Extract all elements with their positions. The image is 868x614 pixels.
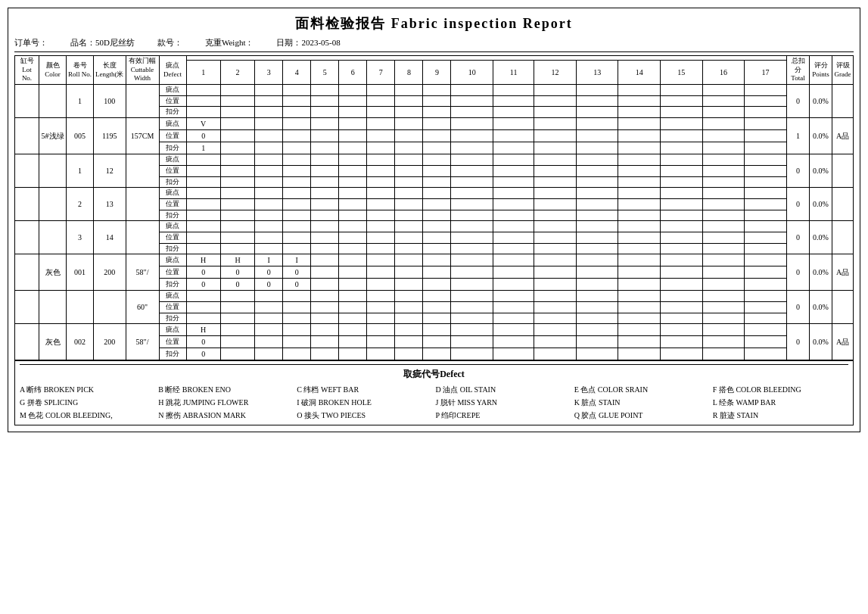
cell-defect-val <box>367 313 395 324</box>
cell-defect-val <box>493 188 534 199</box>
weight: 克重Weight： <box>205 37 254 48</box>
cell-defect-val <box>534 324 577 336</box>
cell-defect-val <box>576 198 618 210</box>
cell-defect-val <box>576 279 618 291</box>
cell-defect-val <box>255 313 283 324</box>
cell-grade <box>832 221 854 254</box>
cell-defect-val <box>618 221 661 232</box>
cell-defect-val <box>283 188 311 199</box>
cell-defect-val <box>702 118 745 130</box>
cell-defect-val <box>745 142 787 154</box>
th-col-15: 15 <box>661 61 703 85</box>
cell-total: 0 <box>787 324 810 360</box>
cell-defect-val <box>661 176 703 188</box>
cell-defect-val <box>618 118 661 130</box>
cell-defect-val: I <box>283 254 311 266</box>
cell-cuttable <box>126 188 159 221</box>
cell-defect-val <box>493 279 534 291</box>
cell-defect-val <box>745 254 787 266</box>
cell-grade <box>832 154 854 188</box>
cell-defect-val <box>283 313 311 324</box>
cell-defect-val <box>367 232 395 243</box>
cell-defect-val <box>283 154 311 166</box>
cell-defect-val <box>534 165 577 176</box>
cell-defect-val <box>702 232 745 243</box>
cell-defect-val <box>493 266 534 279</box>
cell-defect-val <box>255 302 283 313</box>
cell-defect-type: 扣分 <box>159 243 186 254</box>
th-col-17: 17 <box>745 61 787 85</box>
table-row: 60"疵点00.0% <box>15 291 854 302</box>
cell-defect-val <box>423 95 451 107</box>
defect-legend: 取疵代号Defect A 断纬 BROKEN PICKB 断经 BROKEN E… <box>14 360 854 425</box>
cell-defect-val <box>395 85 423 96</box>
cell-defect-val <box>283 291 311 302</box>
cell-defect-val <box>423 302 451 313</box>
cell-defect-val <box>395 142 423 154</box>
cell-defect-val <box>702 291 745 302</box>
cell-defect-val <box>423 176 451 188</box>
cell-defect-val <box>395 324 423 336</box>
cell-defect-val <box>618 254 661 266</box>
cell-defect-val <box>534 154 577 166</box>
cell-total: 0 <box>787 154 810 188</box>
cell-defect-val <box>367 266 395 279</box>
cell-defect-val <box>395 279 423 291</box>
cell-defect-val <box>255 210 283 221</box>
cell-defect-val <box>745 85 787 96</box>
order-no: 订单号： <box>14 37 48 48</box>
th-col-7: 7 <box>367 61 395 85</box>
cell-defect-val <box>339 154 367 166</box>
cell-total: 0 <box>787 85 810 118</box>
cell-defect-val <box>311 85 339 96</box>
cell-defect-val <box>186 188 220 199</box>
legend-item: L 经条 WAMP BAR <box>713 397 848 409</box>
cell-defect-val <box>661 266 703 279</box>
cell-total: 0 <box>787 254 810 291</box>
cell-defect-val <box>745 198 787 210</box>
cell-defect-val <box>618 142 661 154</box>
cell-roll-no <box>67 291 94 324</box>
cell-length: 14 <box>94 221 126 254</box>
cell-defect-val <box>493 198 534 210</box>
cell-defect-val <box>576 188 618 199</box>
cell-defect-val <box>423 165 451 176</box>
cell-defect-val <box>423 142 451 154</box>
legend-item: P 绉印CREPE <box>436 410 571 422</box>
cell-defect-val <box>367 188 395 199</box>
cell-color: 灰色 <box>39 254 67 291</box>
cell-length: 13 <box>94 188 126 221</box>
cell-defect-type: 扣分 <box>159 210 186 221</box>
cell-grade <box>832 188 854 221</box>
cell-points: 0.0% <box>810 324 832 360</box>
cell-points: 0.0% <box>810 154 832 188</box>
th-col-14: 14 <box>618 61 661 85</box>
cell-defect-val <box>395 302 423 313</box>
cell-defect-type: 扣分 <box>159 142 186 154</box>
cell-defect-val <box>255 176 283 188</box>
cell-defect-val <box>745 313 787 324</box>
cell-defect-val <box>283 210 311 221</box>
cell-defect-type: 位置 <box>159 302 186 313</box>
cell-defect-val <box>186 107 220 118</box>
cell-defect-val <box>451 324 493 336</box>
cell-defect-val <box>339 95 367 107</box>
cell-defect-val <box>451 221 493 232</box>
cell-length: 12 <box>94 154 126 188</box>
cell-defect-val <box>423 279 451 291</box>
cell-defect-val <box>220 291 254 302</box>
cell-defect-val <box>395 254 423 266</box>
th-col-8: 8 <box>395 61 423 85</box>
cell-defect-val <box>576 254 618 266</box>
cell-defect-val <box>339 198 367 210</box>
cell-defect-val <box>661 243 703 254</box>
cell-defect-val <box>576 302 618 313</box>
cell-lot <box>15 324 39 360</box>
cell-defect-val <box>702 95 745 107</box>
cell-defect-val <box>255 130 283 142</box>
cell-points: 0.0% <box>810 118 832 154</box>
cell-defect-val <box>493 176 534 188</box>
cell-defect-val <box>283 165 311 176</box>
cell-defect-val <box>576 118 618 130</box>
cell-defect-val <box>745 176 787 188</box>
